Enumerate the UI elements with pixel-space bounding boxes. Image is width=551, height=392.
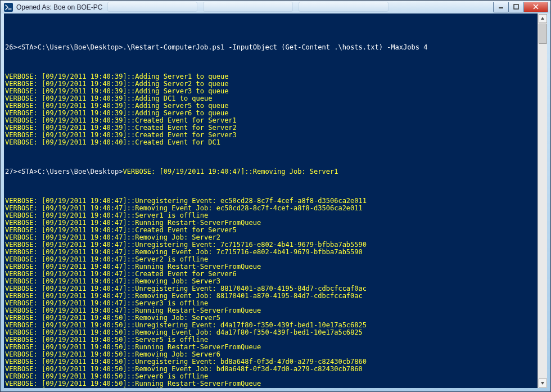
prompt-27: 27><STA>C:\Users\Boe\Desktop> [5,168,123,175]
verbose-line: VERBOSE: [09/19/2011 19:41:40]::Removing… [5,388,547,388]
scroll-up-button[interactable] [539,14,547,23]
command-26: .\Restart-ComputerJob.ps1 -InputObject (… [123,43,428,51]
scroll-thumb[interactable] [539,24,547,44]
verbose-block-1: VERBOSE: [09/19/2011 19:40:39]::Adding S… [5,73,547,146]
verbose-inline-27: VERBOSE: [09/19/2011 19:40:47]::Removing… [123,168,338,175]
window-controls [494,2,548,12]
powershell-window: Opened As: Boe on BOE-PC 26><STA>C:\User… [0,0,551,392]
svg-rect-0 [4,3,13,12]
prompt-27-line: 27><STA>C:\Users\Boe\Desktop>VERBOSE: [0… [5,168,547,175]
scroll-track[interactable] [539,24,547,378]
maximize-button[interactable] [508,2,524,12]
verbose-line: VERBOSE: [09/19/2011 19:40:40]::Created … [5,139,547,146]
powershell-icon [4,3,13,12]
close-button[interactable] [523,2,548,12]
svg-rect-2 [514,4,518,9]
minimize-button[interactable] [493,2,509,12]
prompt-26: 26><STA>C:\Users\Boe\Desktop> [5,43,123,51]
verbose-block-2: VERBOSE: [09/19/2011 19:40:47]::Unregist… [5,197,547,388]
titlebar[interactable]: Opened As: Boe on BOE-PC [1,1,550,13]
console-area[interactable]: 26><STA>C:\Users\Boe\Desktop>.\Restart-C… [4,13,547,388]
scroll-down-button[interactable] [539,379,547,388]
vertical-scrollbar[interactable] [538,13,547,388]
prompt-26-line: 26><STA>C:\Users\Boe\Desktop>.\Restart-C… [5,44,547,51]
background-tabs-ghost [107,2,494,12]
